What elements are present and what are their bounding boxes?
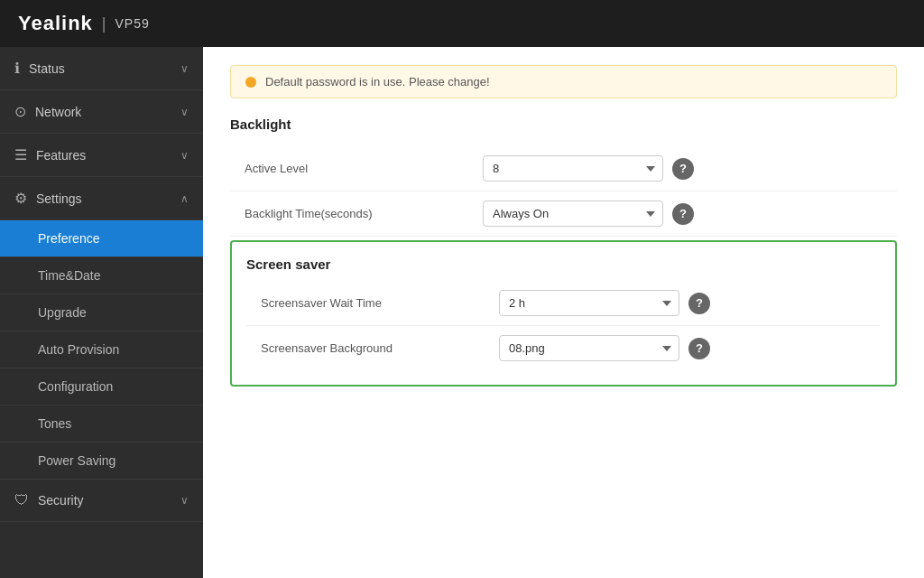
sidebar-sublabel-preference: Preference	[38, 231, 99, 246]
chevron-down-icon: ∨	[180, 149, 189, 162]
warning-dot	[245, 77, 256, 88]
sidebar-sublabel-timedate: Time&Date	[38, 268, 101, 283]
backlight-time-label: Backlight Time(seconds)	[230, 207, 483, 220]
sidebar-sublabel-configuration: Configuration	[38, 379, 113, 394]
features-icon: ☰	[14, 146, 27, 163]
info-icon: ℹ	[14, 60, 20, 77]
security-icon: 🛡	[14, 492, 29, 508]
app-logo: Yealink	[18, 12, 93, 35]
sidebar-subitem-preference[interactable]: Preference	[0, 220, 203, 257]
sidebar-subitem-timedate[interactable]: Time&Date	[0, 257, 203, 294]
screensaver-bg-control: 08.png 01.png02.png03.png04.png ?	[499, 335, 710, 361]
sidebar-label-settings: Settings	[36, 191, 82, 206]
main-layout: ℹ Status ∨ ⊙ Network ∨ ☰ Features ∨ ⚙ S	[0, 47, 924, 578]
backlight-time-select[interactable]: Always On 153060120300	[483, 200, 663, 227]
active-level-label: Active Level	[230, 162, 483, 175]
sidebar: ℹ Status ∨ ⊙ Network ∨ ☰ Features ∨ ⚙ S	[0, 47, 203, 578]
sidebar-subitem-configuration[interactable]: Configuration	[0, 368, 203, 406]
screensaver-bg-label: Screensaver Background	[246, 341, 499, 355]
screensaver-bg-row: Screensaver Background 08.png 01.png02.p…	[246, 326, 881, 370]
screensaver-wait-row: Screensaver Wait Time 2 h 30 min1 h4 h8 …	[246, 281, 881, 326]
chevron-down-icon: ∨	[180, 106, 189, 118]
screensaver-wait-select[interactable]: 2 h 30 min1 h4 h8 h	[499, 290, 679, 316]
active-level-select[interactable]: 8 1234 567910	[483, 155, 663, 182]
screensaver-box: Screen saver Screensaver Wait Time 2 h 3…	[230, 240, 897, 387]
topbar: Yealink | VP59	[0, 0, 924, 47]
chevron-down-icon: ∨	[180, 494, 189, 507]
screensaver-bg-select[interactable]: 08.png 01.png02.png03.png04.png	[499, 335, 679, 361]
active-level-control: 8 1234 567910 ?	[483, 155, 694, 182]
screensaver-wait-help-icon[interactable]: ?	[688, 293, 710, 314]
sidebar-label-network: Network	[35, 105, 81, 119]
sidebar-sublabel-auto-provision: Auto Provision	[38, 342, 119, 357]
backlight-time-row: Backlight Time(seconds) Always On 153060…	[230, 191, 897, 237]
sidebar-subitem-power-saving[interactable]: Power Saving	[0, 443, 203, 480]
sidebar-item-status[interactable]: ℹ Status ∨	[0, 47, 203, 90]
screensaver-wait-label: Screensaver Wait Time	[246, 296, 499, 310]
sidebar-subitem-auto-provision[interactable]: Auto Provision	[0, 331, 203, 368]
sidebar-item-network[interactable]: ⊙ Network ∨	[0, 90, 203, 134]
sidebar-sublabel-power-saving: Power Saving	[38, 453, 116, 468]
topbar-divider: |	[102, 14, 106, 33]
active-level-help-icon[interactable]: ?	[672, 158, 694, 180]
sidebar-item-features[interactable]: ☰ Features ∨	[0, 134, 203, 177]
sidebar-subitem-tones[interactable]: Tones	[0, 406, 203, 443]
screensaver-bg-help-icon[interactable]: ?	[688, 338, 710, 359]
active-level-row: Active Level 8 1234 567910 ?	[230, 146, 897, 191]
warning-banner: Default password is in use. Please chang…	[230, 65, 897, 98]
sidebar-label-features: Features	[36, 148, 86, 163]
sidebar-sublabel-tones: Tones	[38, 416, 71, 431]
chevron-up-icon: ∧	[180, 192, 189, 205]
settings-icon: ⚙	[14, 190, 27, 207]
sidebar-label-security: Security	[38, 493, 84, 508]
sidebar-subitem-upgrade[interactable]: Upgrade	[0, 294, 203, 331]
sidebar-item-security[interactable]: 🛡 Security ∨	[0, 480, 203, 522]
backlight-title: Backlight	[230, 117, 897, 132]
screensaver-wait-control: 2 h 30 min1 h4 h8 h ?	[499, 290, 710, 316]
device-model: VP59	[116, 16, 150, 31]
warning-message: Default password is in use. Please chang…	[265, 75, 490, 89]
backlight-time-control: Always On 153060120300 ?	[483, 200, 694, 227]
sidebar-item-settings[interactable]: ⚙ Settings ∧	[0, 177, 203, 220]
sidebar-sublabel-upgrade: Upgrade	[38, 305, 87, 320]
network-icon: ⊙	[14, 103, 26, 120]
sidebar-label-status: Status	[29, 61, 65, 76]
backlight-time-help-icon[interactable]: ?	[672, 203, 694, 225]
content-area: Default password is in use. Please chang…	[203, 47, 924, 578]
screensaver-title: Screen saver	[246, 256, 881, 272]
chevron-down-icon: ∨	[180, 62, 189, 75]
